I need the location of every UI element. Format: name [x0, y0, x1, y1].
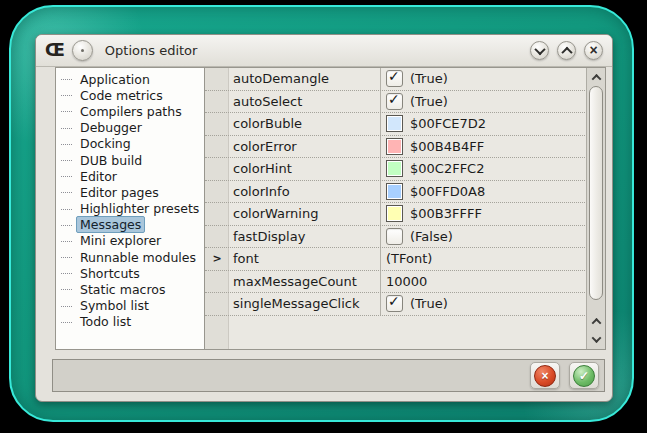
property-name: autoSelect: [229, 94, 380, 109]
sidebar-item-label: Docking: [76, 135, 135, 152]
close-button[interactable]: ×: [584, 41, 603, 60]
color-swatch[interactable]: [386, 115, 403, 132]
property-name: colorWarning: [229, 206, 380, 221]
property-row-colorWarning[interactable]: colorWarning $00B3FFFF: [205, 203, 587, 226]
checkbox[interactable]: ✓: [386, 295, 403, 312]
sidebar-item-label: Code metrics: [76, 87, 167, 104]
sidebar-item-label: Todo list: [76, 313, 135, 330]
sidebar-item-application[interactable]: Application: [56, 71, 204, 87]
sidebar-item-todo-list[interactable]: Todo list: [56, 314, 204, 330]
window-menu-button[interactable]: [72, 40, 93, 61]
checkbox[interactable]: ✓: [386, 70, 403, 87]
sidebar-item-code-metrics[interactable]: Code metrics: [56, 87, 204, 103]
sidebar-item-messages[interactable]: Messages: [56, 217, 204, 233]
property-name: colorBuble: [229, 116, 380, 131]
color-swatch[interactable]: [386, 138, 403, 155]
sidebar-item-docking[interactable]: Docking: [56, 136, 204, 152]
sidebar-item-label: Application: [76, 71, 154, 88]
property-value: 10000: [386, 274, 427, 289]
property-row-font[interactable]: > font (TFont): [205, 248, 587, 271]
sidebar-item-compilers-paths[interactable]: Compilers paths: [56, 103, 204, 119]
sidebar-item-label: Editor: [76, 168, 121, 185]
property-value-cell: (False): [380, 226, 587, 248]
maximize-button[interactable]: [557, 41, 576, 60]
chevron-up-icon: [591, 73, 601, 83]
sidebar-item-runnable-modules[interactable]: Runnable modules: [56, 249, 204, 265]
accept-button[interactable]: ✓: [569, 362, 599, 389]
property-name: colorHint: [229, 161, 380, 176]
property-value-cell: 10000: [380, 271, 587, 293]
property-name: maxMessageCount: [229, 274, 380, 289]
accept-icon: ✓: [573, 365, 595, 387]
chevron-down-icon: [591, 333, 601, 343]
property-name: autoDemangle: [229, 71, 380, 86]
property-value: (True): [410, 71, 448, 86]
property-value: (True): [410, 296, 448, 311]
property-value: $00C2FFC2: [410, 161, 484, 176]
scrollbar-thumb[interactable]: [589, 86, 603, 300]
cancel-button[interactable]: ×: [530, 362, 560, 389]
sidebar-item-shortcuts[interactable]: Shortcuts: [56, 265, 204, 281]
sidebar-item-label: Debugger: [76, 119, 146, 136]
minimize-button[interactable]: [530, 41, 549, 60]
property-rows: autoDemangle ✓(True) autoSelect ✓(True) …: [205, 68, 587, 316]
titlebar: Œ Options editor ×: [36, 35, 612, 67]
sidebar-item-label: Static macros: [76, 281, 169, 298]
content-area: Application Code metrics Compilers paths…: [55, 67, 606, 350]
sidebar-item-dub-build[interactable]: DUB build: [56, 152, 204, 168]
property-name: singleMessageClick: [229, 296, 380, 311]
property-name: fastDisplay: [229, 229, 380, 244]
property-row-colorBuble[interactable]: colorBuble $00FCE7D2: [205, 113, 587, 136]
property-value-cell: $00FFD0A8: [380, 181, 587, 203]
vertical-scrollbar[interactable]: [586, 68, 605, 349]
sidebar-item-label: DUB build: [76, 152, 146, 169]
scroll-down-button[interactable]: [587, 331, 605, 347]
sidebar-item-editor-pages[interactable]: Editor pages: [56, 184, 204, 200]
property-row-maxMessageCount[interactable]: maxMessageCount 10000: [205, 271, 587, 294]
property-row-autoDemangle[interactable]: autoDemangle ✓(True): [205, 68, 587, 91]
sidebar-item-label: Editor pages: [76, 184, 163, 201]
sidebar-item-label: Mini explorer: [76, 232, 165, 249]
check-icon: ✓: [388, 91, 400, 107]
sidebar-item-label: Compilers paths: [76, 103, 186, 120]
chevron-up-icon: [561, 46, 572, 57]
close-icon: ×: [589, 43, 597, 57]
property-name: font: [229, 251, 380, 266]
sidebar-item-label: Runnable modules: [76, 249, 200, 266]
cancel-icon: ×: [534, 365, 556, 387]
property-row-colorInfo[interactable]: colorInfo $00FFD0A8: [205, 181, 587, 204]
sidebar-item-debugger[interactable]: Debugger: [56, 120, 204, 136]
property-value-cell: $00B3FFFF: [380, 203, 587, 225]
property-value-cell: ✓(True): [380, 293, 587, 315]
property-value-cell: (TFont): [380, 248, 587, 270]
sidebar-item-static-macros[interactable]: Static macros: [56, 281, 204, 297]
property-row-colorError[interactable]: colorError $00B4B4FF: [205, 136, 587, 159]
check-icon: ✓: [388, 68, 400, 84]
property-row-fastDisplay[interactable]: fastDisplay (False): [205, 226, 587, 249]
property-value: $00B4B4FF: [410, 139, 484, 154]
desktop-background: Œ Options editor × Application Code metr…: [9, 5, 634, 422]
property-row-autoSelect[interactable]: autoSelect ✓(True): [205, 91, 587, 114]
property-value-cell: $00FCE7D2: [380, 113, 587, 135]
property-row-colorHint[interactable]: colorHint $00C2FFC2: [205, 158, 587, 181]
sidebar-item-label: Symbol list: [76, 297, 153, 314]
property-value: (False): [410, 229, 453, 244]
property-grid: autoDemangle ✓(True) autoSelect ✓(True) …: [205, 67, 606, 350]
checkbox[interactable]: ✓: [386, 93, 403, 110]
scroll-up-button[interactable]: [587, 69, 605, 85]
color-swatch[interactable]: [386, 183, 403, 200]
color-swatch[interactable]: [386, 205, 403, 222]
sidebar-item-symbol-list[interactable]: Symbol list: [56, 298, 204, 314]
property-row-singleMessageClick[interactable]: singleMessageClick ✓(True): [205, 293, 587, 316]
checkbox[interactable]: [386, 228, 403, 245]
scroll-up-button-secondary[interactable]: [587, 313, 605, 329]
property-value-cell: ✓(True): [380, 91, 587, 113]
property-value: $00FFD0A8: [410, 184, 485, 199]
app-logo-icon: Œ: [45, 42, 64, 59]
color-swatch[interactable]: [386, 160, 403, 177]
sidebar-item-mini-explorer[interactable]: Mini explorer: [56, 233, 204, 249]
sidebar-item-label: Highlighter presets: [76, 200, 203, 217]
sidebar-item-editor[interactable]: Editor: [56, 168, 204, 184]
expand-arrow-icon: >: [205, 252, 229, 265]
sidebar-item-highlighter-presets[interactable]: Highlighter presets: [56, 201, 204, 217]
